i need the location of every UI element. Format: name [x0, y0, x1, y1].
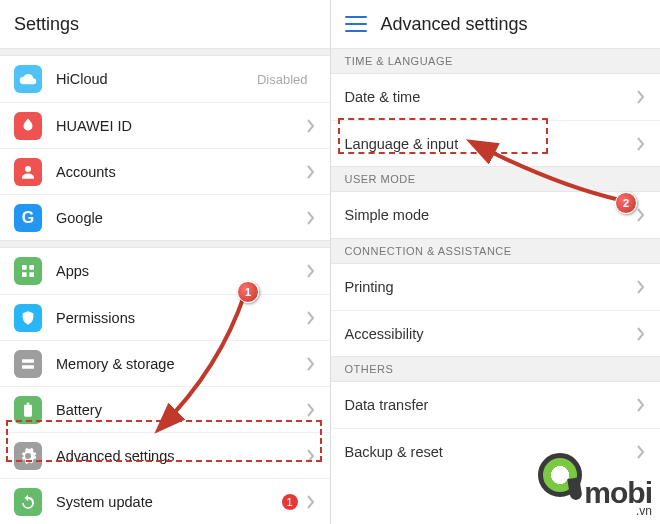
item-label: Accounts: [56, 164, 306, 180]
item-label: Simple mode: [345, 207, 637, 223]
item-huawei-id[interactable]: HUAWEI ID: [0, 102, 330, 148]
chevron-right-icon: [306, 211, 316, 225]
page-title-right: Advanced settings: [381, 14, 528, 35]
chevron-right-icon: [306, 311, 316, 325]
item-label: Accessibility: [345, 326, 637, 342]
svg-rect-4: [29, 272, 34, 277]
chevron-right-icon: [636, 327, 646, 341]
item-hicloud[interactable]: HiCloud Disabled: [0, 56, 330, 102]
item-label: Language & input: [345, 136, 637, 152]
gear-icon: [14, 442, 42, 470]
item-simple-mode[interactable]: Simple mode: [331, 192, 661, 238]
item-accounts[interactable]: Accounts: [0, 148, 330, 194]
page-title-left: Settings: [14, 14, 79, 35]
section-others: OTHERS: [331, 356, 661, 382]
storage-icon: [14, 350, 42, 378]
svg-rect-2: [29, 265, 34, 270]
chevron-right-icon: [306, 119, 316, 133]
item-battery[interactable]: Battery: [0, 386, 330, 432]
svg-rect-3: [22, 272, 27, 277]
item-language-input[interactable]: Language & input: [331, 120, 661, 166]
chevron-right-icon: [306, 264, 316, 278]
item-label: Google: [56, 210, 306, 226]
item-label: Memory & storage: [56, 356, 306, 372]
advanced-header: Advanced settings: [331, 0, 661, 48]
item-meta: Disabled: [257, 72, 308, 87]
update-badge: 1: [282, 494, 298, 510]
shield-icon: [14, 304, 42, 332]
item-label: Battery: [56, 402, 306, 418]
section-user-mode: USER MODE: [331, 166, 661, 192]
chevron-right-icon: [636, 398, 646, 412]
item-date-time[interactable]: Date & time: [331, 74, 661, 120]
item-apps[interactable]: Apps: [0, 248, 330, 294]
item-backup-reset[interactable]: Backup & reset: [331, 428, 661, 474]
item-label: Date & time: [345, 89, 637, 105]
cloud-icon: [14, 65, 42, 93]
chevron-right-icon: [306, 495, 316, 509]
item-label: HUAWEI ID: [56, 118, 306, 134]
section-divider: [0, 240, 330, 248]
item-permissions[interactable]: Permissions: [0, 294, 330, 340]
hamburger-icon[interactable]: [345, 16, 367, 32]
settings-pane: Settings HiCloud Disabled HUAWEI ID Acco…: [0, 0, 331, 524]
user-icon: [14, 158, 42, 186]
item-advanced-settings[interactable]: Advanced settings: [0, 432, 330, 478]
item-label: Advanced settings: [56, 448, 306, 464]
item-label: Backup & reset: [345, 444, 637, 460]
section-connection: CONNECTION & ASSISTANCE: [331, 238, 661, 264]
item-label: Apps: [56, 263, 306, 279]
update-icon: [14, 488, 42, 516]
grid-icon: [14, 257, 42, 285]
item-label: Permissions: [56, 310, 306, 326]
item-label: Data transfer: [345, 397, 637, 413]
huawei-icon: [14, 112, 42, 140]
item-accessibility[interactable]: Accessibility: [331, 310, 661, 356]
section-divider: [0, 48, 330, 56]
item-memory-storage[interactable]: Memory & storage: [0, 340, 330, 386]
item-data-transfer[interactable]: Data transfer: [331, 382, 661, 428]
item-printing[interactable]: Printing: [331, 264, 661, 310]
chevron-right-icon: [306, 357, 316, 371]
item-label: Printing: [345, 279, 637, 295]
chevron-right-icon: [306, 165, 316, 179]
chevron-right-icon: [636, 280, 646, 294]
item-label: System update: [56, 494, 282, 510]
svg-rect-5: [22, 359, 34, 362]
item-label: HiCloud: [56, 71, 257, 87]
svg-rect-1: [22, 265, 27, 270]
item-google[interactable]: G Google: [0, 194, 330, 240]
advanced-settings-pane: Advanced settings TIME & LANGUAGE Date &…: [331, 0, 661, 524]
item-system-update[interactable]: System update 1: [0, 478, 330, 524]
chevron-right-icon: [636, 445, 646, 459]
section-time-language: TIME & LANGUAGE: [331, 48, 661, 74]
chevron-right-icon: [306, 449, 316, 463]
svg-point-0: [25, 166, 31, 172]
google-icon: G: [14, 204, 42, 232]
svg-rect-7: [24, 404, 32, 416]
svg-rect-8: [27, 402, 30, 404]
chevron-right-icon: [636, 208, 646, 222]
chevron-right-icon: [636, 137, 646, 151]
settings-header: Settings: [0, 0, 330, 48]
battery-icon: [14, 396, 42, 424]
svg-rect-6: [22, 365, 34, 368]
chevron-right-icon: [306, 403, 316, 417]
chevron-right-icon: [636, 90, 646, 104]
